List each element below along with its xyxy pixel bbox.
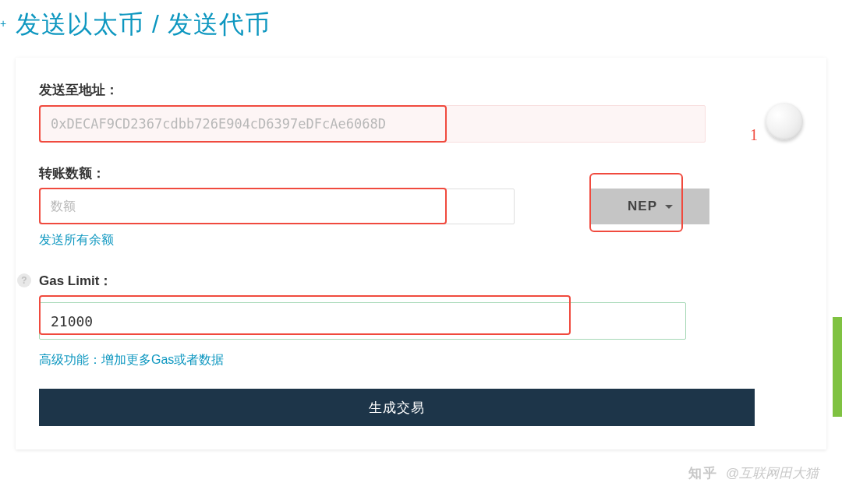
send-form-card: 发送至地址： 1 转账数额： NEP 发送所有余额 ? Gas Limit：: [16, 58, 826, 449]
watermark-author: @互联网田大猫: [726, 464, 819, 482]
plus-icon: +: [0, 17, 6, 30]
token-selector-dropdown[interactable]: NEP: [591, 189, 709, 224]
watermark: 知乎 @互联网田大猫: [688, 464, 819, 482]
gas-label: Gas Limit：: [39, 272, 112, 290]
address-group: 发送至地址：: [39, 81, 803, 143]
advanced-options-link[interactable]: 高级功能：增加更多Gas或者数据: [39, 352, 224, 368]
chevron-down-icon: [665, 205, 673, 209]
gas-limit-input[interactable]: [39, 302, 686, 340]
address-label: 发送至地址：: [39, 81, 803, 99]
page-title: 发送以太币 / 发送代币: [0, 0, 842, 58]
amount-group: 转账数额： NEP 发送所有余额: [39, 164, 803, 248]
amount-label: 转账数额：: [39, 164, 803, 182]
gas-group: ? Gas Limit： 高级功能：增加更多Gas或者数据: [39, 272, 803, 368]
address-input[interactable]: [39, 105, 706, 143]
send-all-link[interactable]: 发送所有余额: [39, 232, 114, 248]
side-accent-bar: [833, 317, 842, 417]
token-selected-label: NEP: [628, 199, 657, 214]
zhihu-logo: 知乎: [688, 464, 718, 482]
amount-input[interactable]: [39, 189, 515, 224]
identicon-icon: [766, 103, 803, 140]
annotation-marker-1: 1: [750, 126, 758, 144]
help-icon[interactable]: ?: [17, 273, 31, 287]
generate-transaction-button[interactable]: 生成交易: [39, 389, 755, 426]
